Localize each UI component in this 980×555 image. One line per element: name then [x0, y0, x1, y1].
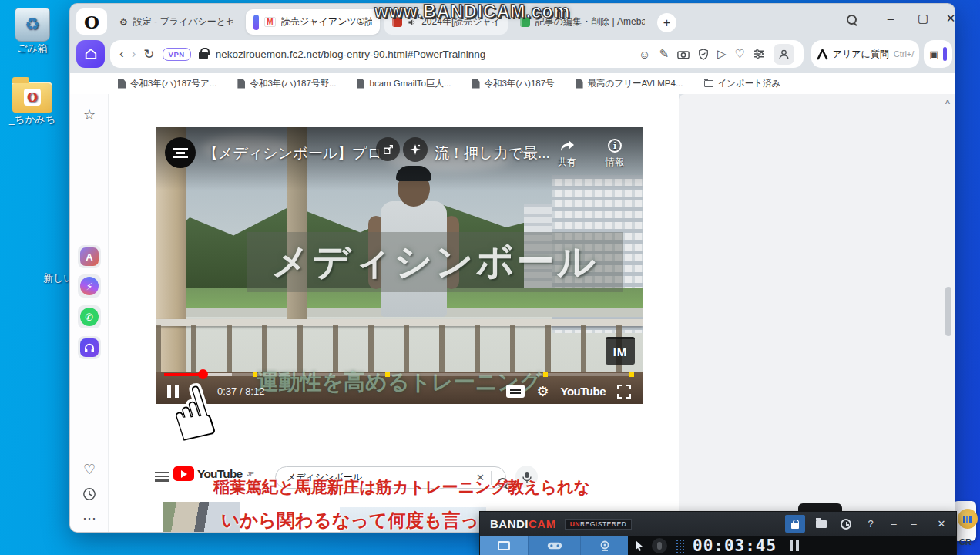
popout-button[interactable]: [376, 137, 400, 161]
bandicam-toolbar: 00:03:45 ⚙: [480, 536, 956, 555]
more-options-icon[interactable]: ⋯: [78, 507, 101, 530]
info-icon: i: [608, 139, 622, 153]
bookmark-item[interactable]: 最高のフリーAVI MP4...: [576, 78, 683, 89]
lock-icon: [199, 52, 208, 59]
aria-ask-button[interactable]: アリアに質問 Ctrl+/: [811, 40, 919, 68]
opera-menu-button[interactable]: O: [76, 8, 107, 35]
cursor-arrow-icon: [635, 540, 643, 551]
new-tab-button[interactable]: +: [657, 13, 676, 32]
edit-note-icon[interactable]: ✎: [659, 47, 669, 61]
close-button[interactable]: ✕: [931, 515, 951, 533]
drag-handle[interactable]: [676, 539, 684, 553]
opera-sidebar: ☆ A ⚡ ✆: [70, 94, 109, 533]
youtube-menu-icon[interactable]: [155, 472, 169, 482]
bookmark-item[interactable]: 令和3年(ハ)187号: [472, 78, 555, 89]
cr-app-icon[interactable]: [958, 509, 978, 529]
bandicam-titlebar[interactable]: BANDICAM UNREGISTERED ? – – ✕: [480, 512, 956, 536]
page-icon: [357, 79, 364, 89]
toolbar-icon-group: ☺ ✎ ▷ ♡: [639, 44, 794, 65]
bookmark-heart-icon[interactable]: ♡: [735, 47, 745, 61]
output-folder-button[interactable]: [811, 515, 831, 533]
lock-mode-button[interactable]: [785, 515, 805, 533]
video-player[interactable]: 【メディシンボール】プロ 流！押し力で最...: [156, 127, 643, 404]
favorites-heart-icon[interactable]: ♡: [78, 458, 101, 481]
webcam-icon: [599, 540, 611, 551]
minimize-button[interactable]: –: [904, 515, 924, 533]
progress-marker: [253, 372, 257, 377]
bookmark-label: 最高のフリーAVI MP4...: [588, 78, 683, 89]
bookmark-item[interactable]: 令和3年(ハ)187号野...: [237, 78, 336, 89]
device-recording-tab[interactable]: [580, 536, 628, 555]
shield-check-icon[interactable]: [698, 49, 709, 60]
bandicam-window: BANDICAM UNREGISTERED ? – – ✕: [479, 511, 957, 555]
tab-settings[interactable]: ⚙ 設定 - プライバシーとセキュリテ: [112, 9, 241, 35]
opera-folder-label: _ちかみち: [5, 113, 60, 126]
pinboard-star-icon[interactable]: ☆: [78, 103, 101, 126]
address-bar[interactable]: ‹ › ↻ VPN nekozirouemon.fc2.net/blog-ent…: [110, 40, 804, 68]
send-to-device-icon[interactable]: ▷: [717, 47, 727, 61]
mic-status-icon[interactable]: [652, 538, 667, 553]
bookmark-item[interactable]: 令和3年(ハ)187号ア...: [118, 78, 216, 89]
sidebar-item-player[interactable]: [78, 336, 101, 359]
history-clock-icon[interactable]: [78, 483, 101, 506]
sidebar-item-messenger[interactable]: ⚡: [78, 274, 101, 298]
vpn-badge[interactable]: VPN: [163, 48, 191, 61]
opera-folder-icon[interactable]: O _ちかみち: [5, 82, 60, 126]
close-button[interactable]: ✕: [941, 12, 955, 25]
bandicam-logo: BANDICAM: [490, 517, 556, 530]
youtube-logo-link[interactable]: YouTube: [561, 385, 606, 398]
video-title-part2[interactable]: 流！押し力で最...: [435, 143, 550, 163]
magic-sparkle-button[interactable]: [403, 137, 428, 162]
page-icon: [576, 79, 583, 89]
channel-avatar[interactable]: [165, 137, 196, 168]
screen-recording-tab[interactable]: [480, 536, 528, 555]
sidebar-panel-toggle[interactable]: ▣: [924, 40, 952, 68]
share-button[interactable]: 共有: [549, 137, 586, 169]
progress-bar[interactable]: [164, 373, 634, 376]
pause-recording-button[interactable]: [790, 540, 799, 551]
emoji-icon[interactable]: ☺: [639, 48, 650, 61]
minimize-button[interactable]: –: [881, 12, 901, 25]
bookmark-label: インポート済み: [718, 78, 781, 89]
scrollbar-up-arrow[interactable]: ^: [943, 99, 952, 108]
headphones-icon: [80, 338, 99, 357]
mouse-cursor-hand: ☝ ☝: [171, 379, 256, 464]
game-recording-tab[interactable]: [528, 536, 580, 555]
info-button[interactable]: i 情報: [596, 137, 633, 169]
sidebar-item-aria[interactable]: A: [78, 245, 101, 268]
scrollbar-thumb[interactable]: [945, 287, 951, 336]
forward-button[interactable]: ›: [132, 46, 136, 62]
profile-button[interactable]: [774, 44, 794, 65]
bookmarks-bar: 令和3年(ハ)187号ア... 令和3年(ハ)187号野... bcam Gma…: [70, 73, 955, 94]
settings-gear-icon[interactable]: ⚙: [536, 383, 549, 400]
reload-button[interactable]: ↻: [143, 46, 154, 62]
home-button[interactable]: [76, 40, 105, 68]
progress-marker: [543, 372, 548, 377]
chart-glyph: [963, 516, 972, 523]
recycle-bin-glyph: ♻: [15, 8, 50, 42]
reader-settings-icon[interactable]: [753, 49, 765, 59]
tab-gmail-active[interactable]: M 読売ジャイアンツ①読売ジャイ: [246, 9, 380, 35]
bandicam-status-area: 00:03:45: [628, 536, 956, 555]
recycle-bin-icon[interactable]: ♻ ごみ箱: [5, 8, 60, 56]
tab-search-icon[interactable]: [847, 15, 867, 25]
tab-label: 設定 - プライバシーとセキュリテ: [133, 15, 233, 29]
video-title-part1[interactable]: 【メディシンボール】プロ: [203, 143, 382, 163]
minimize-tray-button[interactable]: –: [884, 515, 904, 533]
maximize-button[interactable]: ▢: [913, 12, 933, 25]
bookmark-folder-item[interactable]: インポート済み: [704, 78, 781, 89]
progress-marker: [385, 372, 390, 377]
channel-watermark[interactable]: IM: [606, 337, 635, 365]
fullscreen-button[interactable]: [617, 385, 631, 399]
help-button[interactable]: ?: [861, 515, 881, 533]
whatsapp-icon: ✆: [80, 308, 99, 326]
captions-button[interactable]: [506, 385, 525, 398]
bookmark-item[interactable]: bcam GmailTo巨人...: [357, 78, 451, 89]
cube-icon: ▣: [929, 49, 938, 60]
bookmark-label: 令和3年(ハ)187号ア...: [130, 78, 216, 89]
url-text[interactable]: nekozirouemon.fc2.net/blog-entry-90.html…: [216, 49, 631, 60]
sidebar-item-whatsapp[interactable]: ✆: [78, 305, 101, 328]
schedule-button[interactable]: [836, 515, 856, 533]
snapshot-camera-icon[interactable]: [677, 49, 690, 59]
back-button[interactable]: ‹: [119, 46, 124, 62]
